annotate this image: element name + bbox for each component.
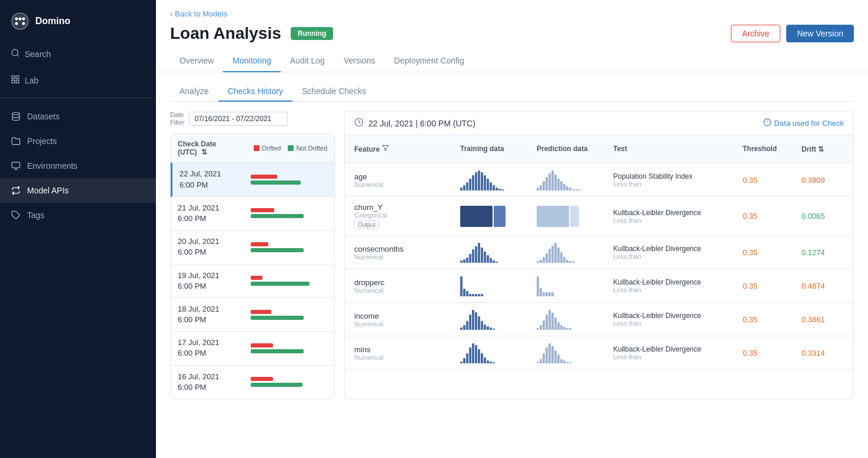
mini-bar xyxy=(575,189,577,190)
tags-label: Tags xyxy=(27,210,45,220)
data-used-for-check-link[interactable]: Data used for Check xyxy=(763,118,844,128)
lab-icon xyxy=(11,75,20,86)
drift-sort-icon[interactable]: ⇅ xyxy=(818,145,824,153)
tab-audit-log[interactable]: Audit Log xyxy=(281,50,334,72)
feature-cell: churn_Y Categorical Output xyxy=(354,203,460,229)
drift-value: 0.3909 xyxy=(802,176,853,185)
database-icon xyxy=(11,111,21,122)
check-row[interactable]: 19 Jul, 20216:00 PM xyxy=(171,265,334,298)
mini-chart xyxy=(537,275,613,296)
check-date-text: 18 Jul, 20216:00 PM xyxy=(178,304,251,325)
mini-chart xyxy=(537,242,613,263)
feature-name: income xyxy=(354,312,460,320)
sidebar: Domino Search Lab Datasets Projects Envi… xyxy=(0,0,156,458)
check-row[interactable]: 21 Jul, 20216:00 PM xyxy=(171,197,334,230)
tab-versions[interactable]: Versions xyxy=(334,50,385,72)
sub-tab-analyze[interactable]: Analyze xyxy=(170,82,218,102)
drift-bar-red xyxy=(251,175,277,179)
prediction-chart-cell xyxy=(537,342,613,363)
svg-rect-7 xyxy=(12,76,15,79)
mini-bar xyxy=(563,327,566,330)
date-filter-label: DateFilter xyxy=(170,111,184,126)
cat-bar-mid xyxy=(494,206,505,227)
table-row: mins Numerical Kullback-Leibler Divergen… xyxy=(345,336,853,370)
test-cell: Population Stability Index Less than xyxy=(613,172,743,188)
mini-chart xyxy=(460,309,537,330)
filter-icon[interactable] xyxy=(382,145,389,153)
sub-tab-checks-history[interactable]: Checks History xyxy=(218,82,292,102)
feature-name: age xyxy=(354,172,460,181)
mini-bar xyxy=(484,357,486,363)
drift-bar-green xyxy=(251,214,304,218)
drift-value: 0.3861 xyxy=(802,315,853,324)
svg-point-6 xyxy=(12,49,18,56)
search-nav-item[interactable]: Search xyxy=(0,42,156,65)
check-row[interactable]: 18 Jul, 20216:00 PM xyxy=(171,298,334,332)
mini-bar xyxy=(469,179,471,190)
new-version-button[interactable]: New Version xyxy=(786,25,854,42)
archive-button[interactable]: Archive xyxy=(731,25,781,42)
status-badge: Running xyxy=(291,27,334,40)
check-row[interactable]: 16 Jul, 20216:00 PM xyxy=(171,366,334,399)
th-training: Training data xyxy=(460,145,537,153)
mini-bar xyxy=(537,261,539,263)
svg-point-2 xyxy=(19,18,22,21)
domino-logo-icon xyxy=(11,12,29,31)
mini-bar xyxy=(540,325,542,330)
check-row[interactable]: 17 Jul, 20216:00 PM xyxy=(171,332,334,365)
main-content: ‹ Back to Models Loan Analysis Running A… xyxy=(156,0,868,458)
page-tabs: Overview Monitoring Audit Log Versions D… xyxy=(170,50,854,72)
tab-overview[interactable]: Overview xyxy=(170,50,223,72)
page-header: ‹ Back to Models Loan Analysis Running A… xyxy=(156,0,868,72)
check-row[interactable]: 20 Jul, 20216:00 PM xyxy=(171,230,334,264)
drift-bar-red xyxy=(251,343,273,347)
drift-bar-red xyxy=(251,377,273,381)
th-drift: Drift ⇅ xyxy=(802,145,854,153)
mini-bar xyxy=(463,358,465,363)
bar-row-green xyxy=(251,180,327,185)
table-row: consecmonths Numerical Kullback-Leibler … xyxy=(345,236,853,269)
mini-bar xyxy=(466,258,468,263)
mini-chart xyxy=(460,169,537,190)
check-legend: Drifted Not Drifted xyxy=(254,145,327,152)
table-row: churn_Y Categorical Output Kullback-Leib… xyxy=(345,197,853,236)
sub-tab-schedule-checks[interactable]: Schedule Checks xyxy=(292,82,375,102)
check-bars xyxy=(251,276,327,286)
check-row[interactable]: 22 Jul, 20216:00 PM xyxy=(171,163,334,196)
threshold-value: 0.35 xyxy=(743,176,802,185)
mini-bar xyxy=(548,310,551,330)
mini-bar xyxy=(572,261,574,263)
check-date-text: 16 Jul, 20216:00 PM xyxy=(178,372,251,393)
mini-bar xyxy=(466,182,468,190)
sidebar-item-model-apis[interactable]: Model APIs xyxy=(0,178,156,203)
svg-point-4 xyxy=(15,22,18,25)
sidebar-item-datasets[interactable]: Datasets xyxy=(0,104,156,129)
mini-bar xyxy=(543,292,545,296)
test-sub: Less than xyxy=(613,286,743,293)
prediction-chart-cell xyxy=(537,206,613,227)
mini-chart xyxy=(537,169,613,190)
sidebar-item-projects[interactable]: Projects xyxy=(0,129,156,153)
date-range-input[interactable] xyxy=(189,112,288,126)
panel-header: 22 Jul, 2021 | 6:00 PM (UTC) Data used f… xyxy=(345,112,853,135)
legend-not-drifted: Not Drifted xyxy=(288,145,327,152)
th-feature: Feature xyxy=(354,145,460,153)
mini-bar xyxy=(481,294,483,296)
sidebar-item-tags[interactable]: Tags xyxy=(0,203,156,228)
feature-type: Numerical xyxy=(354,354,460,361)
check-list-header: Check Date(UTC) ⇅ Drifted Not Drifted xyxy=(171,134,334,163)
svg-point-3 xyxy=(22,18,25,21)
check-date-text: 19 Jul, 20216:00 PM xyxy=(178,270,251,292)
drift-bar-red xyxy=(251,276,262,280)
bar-row-red xyxy=(251,175,327,179)
lab-nav-item[interactable]: Lab xyxy=(0,69,156,92)
mini-bar xyxy=(554,350,557,363)
mini-bar xyxy=(484,175,486,190)
tab-monitoring[interactable]: Monitoring xyxy=(223,50,280,72)
prediction-chart-cell xyxy=(537,309,613,330)
sidebar-item-environments[interactable]: Environments xyxy=(0,153,156,178)
back-to-models-link[interactable]: ‹ Back to Models xyxy=(170,9,854,18)
mini-chart xyxy=(537,342,613,363)
tab-deployment-config[interactable]: Deployment Config xyxy=(385,50,474,72)
panel-datetime: 22 Jul, 2021 | 6:00 PM (UTC) xyxy=(368,119,475,128)
